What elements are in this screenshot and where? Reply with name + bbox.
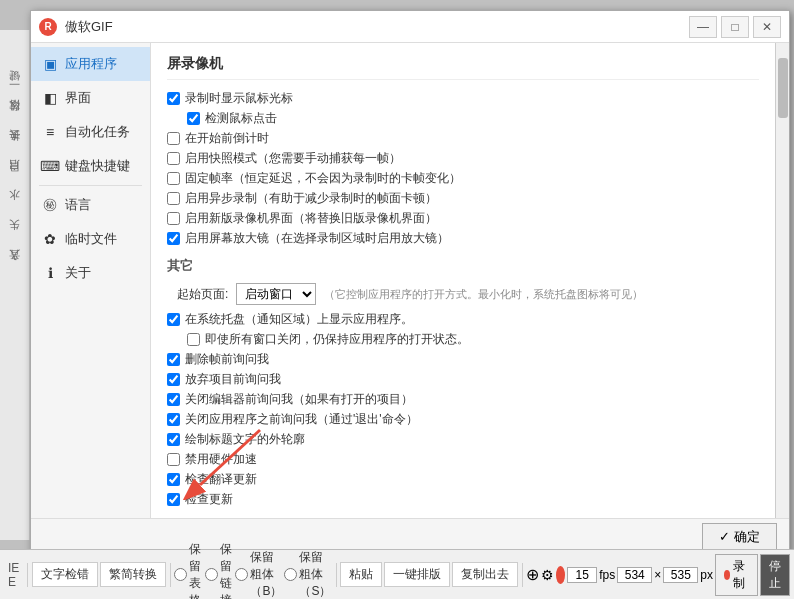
language-icon: ㊙ [41, 196, 59, 214]
checkbox-close-editor: 关闭编辑器前询问我（如果有打开的项目） [167, 391, 759, 408]
sidebar-item-temp[interactable]: ✿ 临时文件 [31, 222, 150, 256]
checkbox-close-editor-input[interactable] [167, 393, 180, 406]
checkbox-countdown-input[interactable] [167, 132, 180, 145]
checkbox-updates-input[interactable] [167, 493, 180, 506]
left-sidebar: 一键 段落 去换 目启 水 失 入音 [0, 30, 30, 540]
size-control: × px [617, 567, 713, 583]
checkbox-snapshot: 启用快照模式（您需要手动捕获每一帧） [167, 150, 759, 167]
settings-icon[interactable]: ⚙ [541, 567, 554, 583]
sidebar-label-application: 应用程序 [65, 55, 117, 73]
scrollbar[interactable] [775, 43, 789, 518]
checkbox-translation-input[interactable] [167, 473, 180, 486]
radio-keep-link[interactable]: 保留链接 [205, 541, 234, 600]
width-input[interactable] [617, 567, 652, 583]
checkbox-show-cursor-label: 录制时显示鼠标光标 [185, 90, 293, 107]
checkbox-outline: 绘制标题文字的外轮廓 [167, 431, 759, 448]
checkbox-keep-open-label: 即使所有窗口关闭，仍保持应用程序的打开状态。 [205, 331, 469, 348]
about-icon: ℹ [41, 264, 59, 282]
sidebar-label-ui: 界面 [65, 89, 91, 107]
checkbox-discard-project-input[interactable] [167, 373, 180, 386]
sidebar-item-ui[interactable]: ◧ 界面 [31, 81, 150, 115]
checkbox-new-recorder-input[interactable] [167, 212, 180, 225]
checkbox-tray-input[interactable] [167, 313, 180, 326]
close-button[interactable]: ✕ [753, 16, 781, 38]
radio-keep-bold-b-input[interactable] [235, 568, 248, 581]
checkbox-new-recorder-label: 启用新版录像机界面（将替换旧版录像机界面） [185, 210, 437, 227]
checkbox-close-editor-label: 关闭编辑器前询问我（如果有打开的项目） [185, 391, 413, 408]
checkbox-detect-click-label: 检测鼠标点击 [205, 110, 277, 127]
spellcheck-button[interactable]: 文字检错 [32, 562, 98, 587]
checkbox-snapshot-label: 启用快照模式（您需要手动捕获每一帧） [185, 150, 401, 167]
checkbox-countdown-label: 在开始前倒计时 [185, 130, 269, 147]
sidebar-label-temp: 临时文件 [65, 230, 117, 248]
minimize-button[interactable]: — [689, 16, 717, 38]
checkbox-outline-input[interactable] [167, 433, 180, 446]
checkbox-fixed-fps-label: 固定帧率（恒定延迟，不会因为录制时的卡帧变化） [185, 170, 461, 187]
temp-icon: ✿ [41, 230, 59, 248]
application-icon: ▣ [41, 55, 59, 73]
start-page-select[interactable]: 启动窗口 [236, 283, 316, 305]
title-bar: R 傲软GIF — □ ✕ [31, 11, 789, 43]
crosshair-icon[interactable]: ⊕ [526, 565, 539, 584]
sidebar-item-application[interactable]: ▣ 应用程序 [31, 47, 150, 81]
radio-keep-table[interactable]: 保留表格 [174, 541, 203, 600]
sidebar-label-language: 语言 [65, 196, 91, 214]
radio-keep-bold-s[interactable]: 保留粗体（S） [284, 549, 331, 599]
checkbox-magnifier: 启用屏幕放大镜（在选择录制区域时启用放大镜） [167, 230, 759, 247]
fps-input[interactable] [567, 567, 597, 583]
confirm-button[interactable]: ✓ 确定 [702, 523, 777, 551]
radio-group: 保留表格 保留链接 保留粗体（B） 保留粗体（S） [174, 541, 331, 600]
checkbox-countdown: 在开始前倒计时 [167, 130, 759, 147]
checkbox-tray: 在系统托盘（通知区域）上显示应用程序。 [167, 311, 759, 328]
checkbox-async-input[interactable] [167, 192, 180, 205]
window-title: 傲软GIF [65, 18, 689, 36]
checkbox-outline-label: 绘制标题文字的外轮廓 [185, 431, 305, 448]
sidebar-item-language[interactable]: ㊙ 语言 [31, 188, 150, 222]
height-input[interactable] [663, 567, 698, 583]
fps-label: fps [599, 568, 615, 582]
checkbox-tray-label: 在系统托盘（通知区域）上显示应用程序。 [185, 311, 413, 328]
radio-keep-table-label: 保留表格 [189, 541, 203, 600]
checkbox-show-cursor-input[interactable] [167, 92, 180, 105]
checkbox-translation: 检查翻译更新 [167, 471, 759, 488]
radio-keep-link-input[interactable] [205, 568, 218, 581]
checkbox-keep-open-input[interactable] [187, 333, 200, 346]
sidebar-label-automation: 自动化任务 [65, 123, 130, 141]
checkbox-magnifier-input[interactable] [167, 232, 180, 245]
convert-button[interactable]: 繁简转换 [100, 562, 166, 587]
format-button[interactable]: 一键排版 [384, 562, 450, 587]
checkbox-delete-frame-input[interactable] [167, 353, 180, 366]
record-button[interactable]: 录制 [715, 554, 758, 596]
radio-keep-table-input[interactable] [174, 568, 187, 581]
checkbox-hw-accel-label: 禁用硬件加速 [185, 451, 257, 468]
checkbox-fixed-fps-input[interactable] [167, 172, 180, 185]
checkbox-close-app-input[interactable] [167, 413, 180, 426]
stop-button[interactable]: 停止 [760, 554, 790, 596]
maximize-button[interactable]: □ [721, 16, 749, 38]
ui-icon: ◧ [41, 89, 59, 107]
radio-keep-bold-b-label: 保留粗体（B） [250, 549, 282, 599]
checkbox-async-label: 启用异步录制（有助于减少录制时的帧面卡顿） [185, 190, 437, 207]
sidebar-item-automation[interactable]: ≡ 自动化任务 [31, 115, 150, 149]
checkbox-fixed-fps: 固定帧率（恒定延迟，不会因为录制时的卡帧变化） [167, 170, 759, 187]
record-mode-icon[interactable] [556, 566, 565, 584]
bottom-ie-label: IE E [4, 559, 23, 591]
scrollbar-thumb[interactable] [778, 58, 788, 118]
sidebar-item-about[interactable]: ℹ 关于 [31, 256, 150, 290]
checkbox-updates: 检查更新 [167, 491, 759, 508]
sidebar-item-keyboard[interactable]: ⌨ 键盘快捷键 [31, 149, 150, 183]
bottom-toolbar: IE E 文字检错 繁简转换 保留表格 保留链接 保留粗体（B） 保留粗体（S）… [0, 549, 794, 599]
sidebar-divider [39, 185, 142, 186]
paste-button[interactable]: 粘贴 [340, 562, 382, 587]
copy-out-button[interactable]: 复制出去 [452, 562, 518, 587]
radio-keep-bold-s-input[interactable] [284, 568, 297, 581]
checkbox-detect-click-input[interactable] [187, 112, 200, 125]
checkbox-keep-open: 即使所有窗口关闭，仍保持应用程序的打开状态。 [187, 331, 759, 348]
checkbox-hw-accel-input[interactable] [167, 453, 180, 466]
radio-keep-bold-b[interactable]: 保留粗体（B） [235, 549, 282, 599]
checkbox-async: 启用异步录制（有助于减少录制时的帧面卡顿） [167, 190, 759, 207]
checkbox-snapshot-input[interactable] [167, 152, 180, 165]
checkbox-show-cursor: 录制时显示鼠标光标 [167, 90, 759, 107]
checkbox-magnifier-label: 启用屏幕放大镜（在选择录制区域时启用放大镜） [185, 230, 449, 247]
checkbox-delete-frame-label: 删除帧前询问我 [185, 351, 269, 368]
